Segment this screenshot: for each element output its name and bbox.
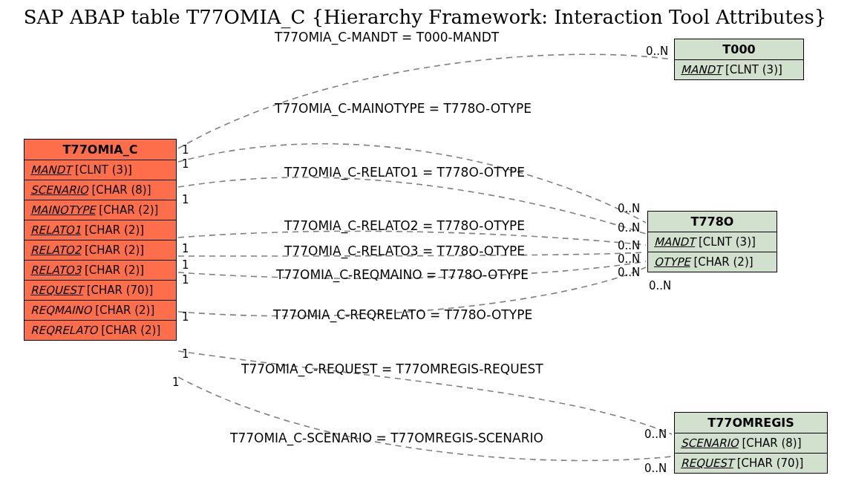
cardinality-right: 0..N (644, 462, 667, 475)
field-row: MANDT [CLNT (3)] (24, 160, 176, 180)
relation-label: T77OMIA_C-SCENARIO = T77OMREGIS-SCENARIO (230, 431, 543, 445)
relation-label: T77OMIA_C-RELATO3 = T778O-OTYPE (284, 243, 525, 258)
table-header: T77OMIA_C (24, 140, 176, 160)
field-row: OTYPE [CHAR (2)] (648, 252, 777, 272)
cardinality-left: 1 (182, 143, 189, 157)
field-row: RELATO3 [CHAR (2)] (24, 261, 176, 281)
field-row: SCENARIO [CHAR (8)] (675, 433, 827, 454)
field-row: MANDT [CLNT (3)] (675, 60, 803, 79)
field-row: REQMAINO [CHAR (2)] (24, 301, 176, 321)
relation-label: T77OMIA_C-REQMAINO = T778O-OTYPE (276, 267, 529, 282)
cardinality-right: 0..N (618, 221, 640, 235)
cardinality-right: 0..N (646, 45, 668, 58)
table-header: T000 (675, 39, 803, 60)
table-t77omregis: T77OMREGIS SCENARIO [CHAR (8)] REQUEST [… (674, 412, 828, 474)
cardinality-left: 1 (182, 157, 189, 171)
cardinality-left: 1 (182, 347, 189, 361)
field-row: MANDT [CLNT (3)] (648, 232, 777, 252)
cardinality-right: 0..N (649, 279, 671, 292)
relation-label: T77OMIA_C-REQUEST = T77OMREGIS-REQUEST (241, 361, 543, 376)
field-row: RELATO1 [CHAR (2)] (24, 220, 176, 240)
cardinality-right: 0..N (618, 252, 640, 266)
field-row: REQUEST [CHAR (70)] (24, 281, 176, 301)
cardinality-left: 1 (182, 273, 189, 287)
relation-label: T77OMIA_C-REQRELATO = T778O-OTYPE (273, 307, 532, 322)
cardinality-left: 1 (182, 310, 189, 324)
table-header: T778O (648, 212, 777, 232)
cardinality-left: 1 (172, 376, 180, 389)
table-t778o: T778O MANDT [CLNT (3)] OTYPE [CHAR (2)] (647, 211, 777, 272)
table-t000: T000 MANDT [CLNT (3)] (674, 39, 804, 80)
cardinality-left: 1 (182, 258, 189, 272)
cardinality-right: 0..N (618, 202, 640, 215)
relation-label: T77OMIA_C-RELATO2 = T778O-OTYPE (284, 218, 525, 233)
field-row: SCENARIO [CHAR (8)] (24, 180, 176, 200)
table-header: T77OMREGIS (675, 413, 827, 433)
cardinality-left: 1 (182, 193, 189, 206)
cardinality-right: 0..N (644, 428, 667, 441)
diagram-title: SAP ABAP table T77OMIA_C {Hierarchy Fram… (0, 6, 850, 28)
field-row: RELATO2 [CHAR (2)] (24, 240, 176, 261)
cardinality-right: 0..N (618, 266, 640, 279)
table-t77omia_c: T77OMIA_C MANDT [CLNT (3)] SCENARIO [CHA… (24, 139, 177, 341)
field-row: REQRELATO [CHAR (2)] (24, 321, 176, 340)
relation-label: T77OMIA_C-MANDT = T000-MANDT (275, 30, 499, 45)
relation-label: T77OMIA_C-RELATO1 = T778O-OTYPE (284, 165, 525, 180)
cardinality-left: 1 (182, 242, 189, 255)
field-row: MAINOTYPE [CHAR (2)] (24, 200, 176, 220)
cardinality-right: 0..N (618, 239, 640, 252)
relation-label: T77OMIA_C-MAINOTYPE = T778O-OTYPE (275, 101, 532, 116)
field-row: REQUEST [CHAR (70)] (675, 454, 827, 473)
